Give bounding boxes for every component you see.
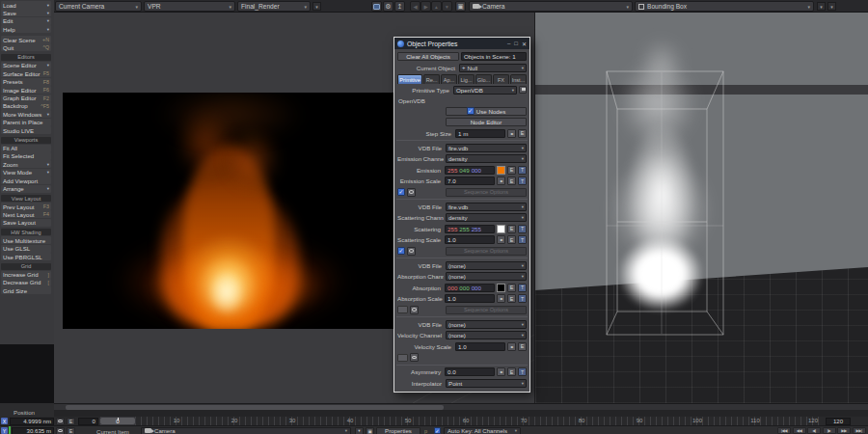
absorption-visibility-button[interactable] xyxy=(410,306,419,314)
velocity-scale-envelope-button[interactable]: E xyxy=(518,342,527,351)
chevron-down-icon[interactable]: ▾ xyxy=(817,2,826,11)
transport-button-5[interactable]: ▶▶| xyxy=(853,427,866,434)
nav-up-icon[interactable]: ▴ xyxy=(431,1,442,12)
clear-all-objects-button[interactable]: Clear All Objects xyxy=(397,52,459,61)
scattering-sequence-options-button[interactable]: Sequence Options xyxy=(446,247,527,256)
asymmetry-envelope-button[interactable]: E xyxy=(507,367,516,376)
emission-scale-envelope-button[interactable]: E xyxy=(507,176,516,185)
scattering-scale-field[interactable]: 1.0 xyxy=(445,235,495,244)
velocity-mini-slider[interactable]: ◂▸ xyxy=(507,342,516,351)
emission-scale-texture-button[interactable]: T xyxy=(518,176,527,185)
end-frame-field[interactable]: 120 xyxy=(826,418,851,425)
primitive-type-dropdown[interactable]: OpenVDB▾ xyxy=(453,86,517,95)
absorption-scale-envelope-button[interactable]: E xyxy=(507,294,516,303)
chevron-down-icon[interactable]: ▾ xyxy=(312,2,321,11)
asymmetry-texture-button[interactable]: T xyxy=(518,367,527,376)
sidebar-item-decrease-grid[interactable]: Decrease Grid[ xyxy=(1,279,51,286)
export-icon[interactable]: ↥ xyxy=(394,1,405,12)
y-envelope-button[interactable]: E xyxy=(67,427,75,434)
interpolator-dropdown[interactable]: Point▾ xyxy=(446,379,527,388)
scattering-enable-checkbox[interactable]: ✓ xyxy=(397,247,405,255)
sidebar-item-quit[interactable]: Quit^Q xyxy=(1,43,51,51)
chevron-down-icon[interactable]: ▾ xyxy=(827,2,836,11)
auto-key-dropdown[interactable]: Auto Key: All Channels▾ xyxy=(444,427,521,434)
step-size-envelope-button[interactable]: E xyxy=(518,129,527,138)
absorption-mini-slider[interactable]: ◂▸ xyxy=(497,294,505,303)
tab-inst[interactable]: Inst... xyxy=(510,74,527,84)
position-dropdown[interactable]: Position xyxy=(14,409,35,416)
velocity-visibility-button[interactable] xyxy=(410,353,419,362)
sidebar-item-increase-grid[interactable]: Increase Grid] xyxy=(1,271,51,279)
sidebar-item-use-glsl[interactable]: Use GLSL xyxy=(1,245,51,253)
y-mini-slider[interactable] xyxy=(56,427,65,434)
sidebar-item-image-editor[interactable]: Image EditorF6 xyxy=(1,86,51,94)
absorption-vdb-file-dropdown[interactable]: (none)▾ xyxy=(446,261,527,270)
sidebar-item-zoom[interactable]: Zoom▾ xyxy=(1,160,51,168)
sidebar-item-presets[interactable]: PresetsF8 xyxy=(1,78,51,86)
tab-primitive[interactable]: Primitive xyxy=(397,74,422,84)
item-options-icon[interactable]: ▣ xyxy=(366,427,374,434)
display-mode-dropdown[interactable]: Bounding Box▾ xyxy=(635,1,814,12)
close-button[interactable]: ✕ xyxy=(522,41,527,47)
scattering-color-swatch[interactable] xyxy=(497,225,505,233)
render-mode-dropdown[interactable]: VPR▾ xyxy=(144,1,235,12)
emission-channel-dropdown[interactable]: density▾ xyxy=(446,154,527,163)
window-titlebar[interactable]: Object Properties – □ ✕ xyxy=(394,38,529,49)
transport-button-4[interactable]: ▶▶ xyxy=(837,427,851,434)
sidebar-item-graph-editor[interactable]: Graph EditorF2 xyxy=(1,95,51,102)
scattering-envelope-button[interactable]: E xyxy=(507,225,516,233)
emission-color-swatch[interactable] xyxy=(497,166,505,175)
sidebar-item-clear-scene[interactable]: Clear Scene+N xyxy=(1,36,51,43)
sidebar-item-more-windows[interactable]: More Windows▾ xyxy=(1,110,51,118)
start-frame-field[interactable]: 0 xyxy=(78,418,98,425)
current-object-dropdown[interactable]: +Null▾ xyxy=(459,64,527,72)
absorption-envelope-button[interactable]: E xyxy=(507,284,516,292)
tab-fx[interactable]: FX xyxy=(493,74,509,84)
nav-down-icon[interactable]: ▾ xyxy=(442,1,452,12)
render-preset-dropdown[interactable]: Final_Render▾ xyxy=(237,1,311,12)
render-preview-icon[interactable] xyxy=(371,1,382,12)
scattering-color-values[interactable]: 255255255 xyxy=(445,225,495,233)
nav-left-icon[interactable]: ◀ xyxy=(410,1,420,12)
scattering-scale-envelope-button[interactable]: E xyxy=(507,235,516,244)
absorption-scale-field[interactable]: 1.0 xyxy=(445,294,495,303)
sidebar-item-studio-live[interactable]: Studio LIVE xyxy=(1,126,51,134)
scattering-mini-slider[interactable]: ◂▸ xyxy=(497,235,505,244)
sidebar-item-next-layout[interactable]: Next LayoutF4 xyxy=(1,210,51,218)
sidebar-item-use-pbrglsl[interactable]: Use PBRGLSL xyxy=(1,253,51,260)
chevron-down-icon[interactable]: ▾ xyxy=(355,427,364,434)
sidebar-item-arrange[interactable]: Arrange▾ xyxy=(1,185,51,193)
emission-visibility-button[interactable] xyxy=(407,188,416,197)
tab-glo[interactable]: Glo... xyxy=(475,74,492,84)
scattering-texture-button[interactable]: T xyxy=(518,225,527,233)
auto-key-checkbox[interactable]: ✓ xyxy=(434,427,441,434)
render-settings-gear-icon[interactable]: ⚙ xyxy=(383,1,393,12)
velocity-enable-checkbox[interactable] xyxy=(397,354,408,362)
sidebar-item-save-layout[interactable]: Save Layout xyxy=(1,219,51,227)
sidebar-item-use-multitexture[interactable]: Use Multitexture xyxy=(1,236,51,244)
step-size-field[interactable]: 1 m xyxy=(455,129,505,138)
emission-color-values[interactable]: 255049000 xyxy=(445,166,495,175)
current-item-dropdown[interactable]: Camera▾ xyxy=(141,427,351,434)
absorption-color-swatch[interactable] xyxy=(497,284,505,292)
emission-scale-field[interactable]: 7.0 xyxy=(445,176,495,185)
viewport-view-dropdown[interactable]: Camera▾ xyxy=(469,1,633,12)
scattering-visibility-button[interactable] xyxy=(407,247,416,256)
x-position-field[interactable]: 4.9999 nm xyxy=(10,418,54,425)
tab-re[interactable]: Re... xyxy=(423,74,440,84)
emission-enable-checkbox[interactable]: ✓ xyxy=(397,188,405,196)
emission-mini-slider[interactable]: ◂▸ xyxy=(497,176,505,185)
velocity-vdb-file-dropdown[interactable]: (none)▾ xyxy=(446,320,527,329)
sidebar-item-fit-all[interactable]: Fit All xyxy=(1,145,51,152)
sidebar-item-fit-selected[interactable]: Fit Selected xyxy=(1,152,51,160)
sidebar-item-backdrop[interactable]: Backdrop^F5 xyxy=(1,102,51,110)
mini-slider-icon[interactable]: ◂▸ xyxy=(497,367,505,376)
sidebar-item-prev-layout[interactable]: Prev LayoutF3 xyxy=(1,203,51,210)
timeline-scrollbar[interactable] xyxy=(54,403,868,410)
use-nodes-checkbox[interactable]: ✓Use Nodes xyxy=(446,107,527,116)
mini-slider-icon[interactable]: ◂▸ xyxy=(507,129,516,138)
absorption-texture-button[interactable]: T xyxy=(518,284,527,292)
sidebar-item-add-viewport[interactable]: Add Viewport xyxy=(1,176,51,184)
timeline-handle[interactable]: 0 xyxy=(99,417,136,425)
sidebar-item-parent-in-place[interactable]: Parent in Place xyxy=(1,119,51,126)
